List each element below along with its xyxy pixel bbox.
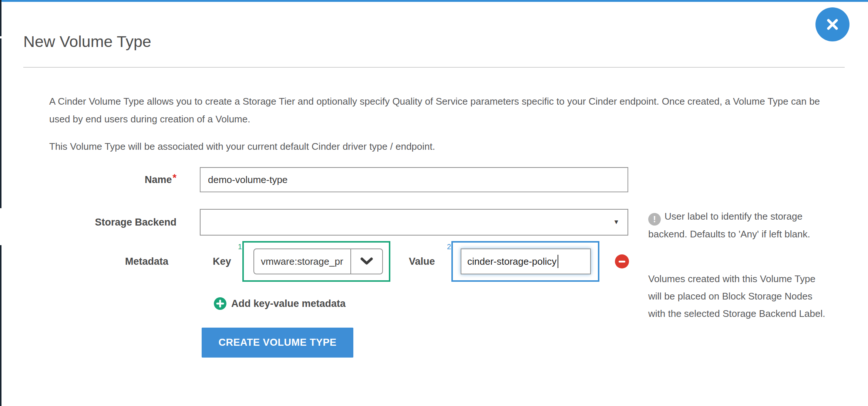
storage-backend-hint-text: User label to identify the storage backe… — [648, 211, 810, 240]
name-input[interactable] — [200, 167, 628, 192]
minus-icon — [619, 261, 625, 263]
metadata-key-value: vmware:storage_pr — [254, 249, 350, 274]
plus-icon — [214, 297, 226, 310]
required-asterisk: * — [172, 172, 176, 184]
close-icon — [824, 16, 841, 33]
storage-backend-label: Storage Backend — [23, 209, 176, 236]
create-volume-type-button[interactable]: CREATE VOLUME TYPE — [202, 328, 353, 358]
annotation-number-2: 2 — [447, 243, 451, 251]
text-cursor — [558, 255, 558, 268]
intro-paragraph: This Volume Type will be associated with… — [49, 138, 822, 155]
background-sidebar-edge — [0, 0, 1, 406]
add-metadata-label: Add key-value metadata — [231, 298, 346, 309]
metadata-value-label: Value — [409, 241, 435, 282]
metadata-label: Metadata — [23, 241, 168, 282]
metadata-value-input[interactable]: cinder-storage-policy — [461, 248, 591, 274]
close-button[interactable] — [815, 7, 850, 41]
annotation-number-1: 1 — [238, 243, 242, 251]
new-volume-type-modal: New Volume Type A Cinder Volume Type all… — [0, 0, 868, 406]
title-divider — [23, 67, 845, 68]
metadata-key-select[interactable]: vmware:storage_pr — [253, 248, 383, 274]
page-title: New Volume Type — [23, 33, 151, 51]
modal-top-accent — [0, 0, 868, 2]
name-label: Name* — [23, 167, 176, 192]
remove-metadata-button[interactable] — [615, 254, 629, 268]
storage-backend-hint: !User label to identify the storage back… — [648, 208, 828, 243]
sidebar-edge-gap — [0, 208, 1, 245]
add-metadata-link[interactable]: Add key-value metadata — [214, 297, 346, 311]
dropdown-arrow-icon: ▼ — [613, 219, 619, 225]
storage-backend-select[interactable]: ▼ — [200, 209, 628, 236]
metadata-value-text: cinder-storage-policy — [467, 256, 556, 267]
volume-placement-hint: Volumes created with this Volume Type wi… — [648, 270, 830, 322]
chevron-down-icon[interactable] — [350, 249, 382, 274]
metadata-key-label: Key — [213, 241, 231, 282]
intro-paragraph: A Cinder Volume Type allows you to creat… — [49, 92, 822, 128]
info-icon: ! — [648, 213, 661, 226]
sidebar-edge-gap — [0, 36, 1, 38]
